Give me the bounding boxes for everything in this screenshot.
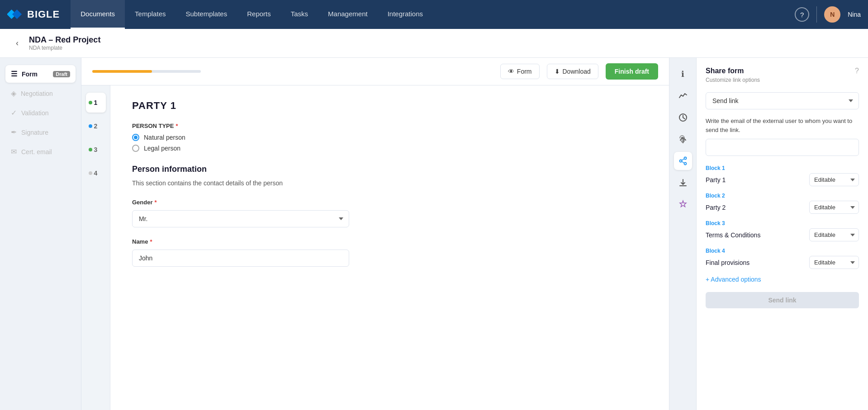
validation-icon: ✓ <box>11 108 17 117</box>
sidebar-form-label: Form <box>22 71 38 78</box>
download-icon: ⬇ <box>555 68 560 75</box>
center-panel: 👁 Form ⬇ Download Finish draft 1 2 3 4 P… <box>81 58 669 410</box>
sidebar-cert-label: Cert. email <box>21 148 52 156</box>
email-hint: Write the email of the external user to … <box>706 117 859 134</box>
help-button[interactable]: ? <box>795 7 809 22</box>
share-icon-btn[interactable] <box>674 152 692 170</box>
logo-icon <box>7 6 24 23</box>
nav-item-subtemplates[interactable]: Subtemplates <box>175 0 237 29</box>
send-link-select[interactable]: Send link Copy link Embed link <box>706 92 859 109</box>
share-help-icon[interactable]: ? <box>855 67 859 75</box>
legal-person-option[interactable]: Legal person <box>132 145 647 152</box>
section-3-dot[interactable]: 3 <box>86 140 106 160</box>
block-2-label: Block 2 <box>706 193 859 199</box>
section-sub: This section contains the contact detail… <box>132 179 647 188</box>
form-view-button[interactable]: 👁 Form <box>500 64 540 79</box>
download-button[interactable]: ⬇ Download <box>547 64 598 79</box>
gender-label: Gender * <box>132 199 647 206</box>
share-form-title: Share form <box>706 67 744 75</box>
person-type-group: PERSON TYPE * Natural person Legal perso… <box>132 123 647 152</box>
natural-person-option[interactable]: Natural person <box>132 134 647 141</box>
gender-required: * <box>155 199 157 206</box>
form-icon: ☰ <box>11 70 17 78</box>
block-4-permission[interactable]: EditableRead onlyHidden <box>809 256 859 269</box>
analytics-icon-btn[interactable] <box>674 87 692 105</box>
sidebar-item-signature[interactable]: ✒ Signature <box>5 123 76 141</box>
block-item-1: Block 1 Party 1 EditableRead onlyHidden <box>706 165 859 186</box>
section-4-dot[interactable]: 4 <box>86 163 106 183</box>
right-content: Share form ? Customize link options Send… <box>697 58 868 410</box>
eye-icon: 👁 <box>508 68 514 75</box>
sidebar-item-validation[interactable]: ✓ Validation <box>5 104 76 122</box>
block-1-name: Party 1 <box>706 176 726 184</box>
clock-icon-btn[interactable] <box>674 108 692 127</box>
block-4-name: Final provisions <box>706 259 749 266</box>
svg-rect-1 <box>12 9 22 19</box>
nav-item-documents[interactable]: Documents <box>71 0 125 29</box>
download-icon-btn[interactable] <box>674 174 692 192</box>
progress-bar-fill <box>92 70 152 73</box>
nav-item-tasks[interactable]: Tasks <box>281 0 318 29</box>
svg-point-5 <box>679 160 682 162</box>
block-1-row: Party 1 EditableRead onlyHidden <box>706 173 859 186</box>
block-3-permission[interactable]: EditableRead onlyHidden <box>809 228 859 241</box>
form-main: PARTY 1 PERSON TYPE * Natural person <box>110 85 669 410</box>
nav-item-integrations[interactable]: Integrations <box>378 0 433 29</box>
natural-person-radio[interactable] <box>132 134 139 141</box>
right-panel-inner: ℹ <box>669 58 868 410</box>
toolbar: 👁 Form ⬇ Download Finish draft <box>81 58 669 85</box>
draft-badge: Draft <box>53 71 70 77</box>
nav-item-templates[interactable]: Templates <box>125 0 175 29</box>
block-2-permission[interactable]: EditableRead onlyHidden <box>809 201 859 214</box>
sidebar-item-cert-email[interactable]: ✉ Cert. email <box>5 143 76 160</box>
back-button[interactable]: ‹ <box>11 37 24 50</box>
blocks-list: Block 1 Party 1 EditableRead onlyHidden … <box>706 165 859 269</box>
share-form-header: Share form ? <box>706 67 859 75</box>
avatar[interactable]: N <box>824 6 840 23</box>
finish-draft-button[interactable]: Finish draft <box>606 63 658 80</box>
sidebar-item-negotiation[interactable]: ◈ Negotiation <box>5 85 76 102</box>
block-2-name: Party 2 <box>706 204 726 211</box>
gender-select[interactable]: Mr. Ms. Mx. <box>132 210 349 227</box>
section-heading: Person information <box>132 165 647 174</box>
share-form-sub: Customize link options <box>706 77 859 83</box>
nav-item-management[interactable]: Management <box>318 0 378 29</box>
main-layout: ☰ Form Draft ◈ Negotiation ✓ Validation … <box>0 58 868 410</box>
negotiation-icon: ◈ <box>11 89 16 98</box>
block-1-permission[interactable]: EditableRead onlyHidden <box>809 173 859 186</box>
name-required: * <box>150 238 152 245</box>
section-2-dot[interactable]: 2 <box>86 116 106 136</box>
person-type-radio-group: Natural person Legal person <box>132 134 647 152</box>
breadcrumb-info: NDA – Red Project NDA template <box>29 35 100 51</box>
section-1-dot[interactable]: 1 <box>86 93 106 113</box>
advanced-options-link[interactable]: + Advanced options <box>706 276 761 283</box>
block-3-name: Terms & Conditions <box>706 231 760 239</box>
svg-line-6 <box>682 161 684 163</box>
send-link-button[interactable]: Send link <box>706 292 859 308</box>
block-4-label: Block 4 <box>706 248 859 254</box>
required-indicator: * <box>175 123 178 129</box>
cert-email-icon: ✉ <box>11 147 17 156</box>
party-title: PARTY 1 <box>132 100 647 112</box>
right-icon-bar: ℹ <box>669 58 697 410</box>
attachment-icon-btn[interactable] <box>674 130 692 148</box>
breadcrumb-subtitle: NDA template <box>29 45 100 51</box>
block-3-label: Block 3 <box>706 220 859 226</box>
logo-text: BIGLE <box>27 9 60 20</box>
sidebar-item-form[interactable]: ☰ Form Draft <box>5 65 76 83</box>
info-icon-btn[interactable]: ℹ <box>674 65 692 83</box>
right-panel: ℹ <box>669 58 868 410</box>
block-3-row: Terms & Conditions EditableRead onlyHidd… <box>706 228 859 241</box>
stars-icon-btn[interactable] <box>674 195 692 213</box>
signature-icon: ✒ <box>11 128 17 137</box>
nav-divider <box>816 6 817 23</box>
block-4-row: Final provisions EditableRead onlyHidden <box>706 256 859 269</box>
progress-bar-container <box>92 70 201 73</box>
left-sidebar: ☰ Form Draft ◈ Negotiation ✓ Validation … <box>0 58 81 410</box>
email-input[interactable] <box>706 139 859 156</box>
nav-item-reports[interactable]: Reports <box>237 0 281 29</box>
name-input[interactable] <box>132 250 349 267</box>
top-navigation: BIGLE Documents Templates Subtemplates R… <box>0 0 868 29</box>
gender-group: Gender * Mr. Ms. Mx. <box>132 199 647 227</box>
legal-person-radio[interactable] <box>132 145 139 152</box>
